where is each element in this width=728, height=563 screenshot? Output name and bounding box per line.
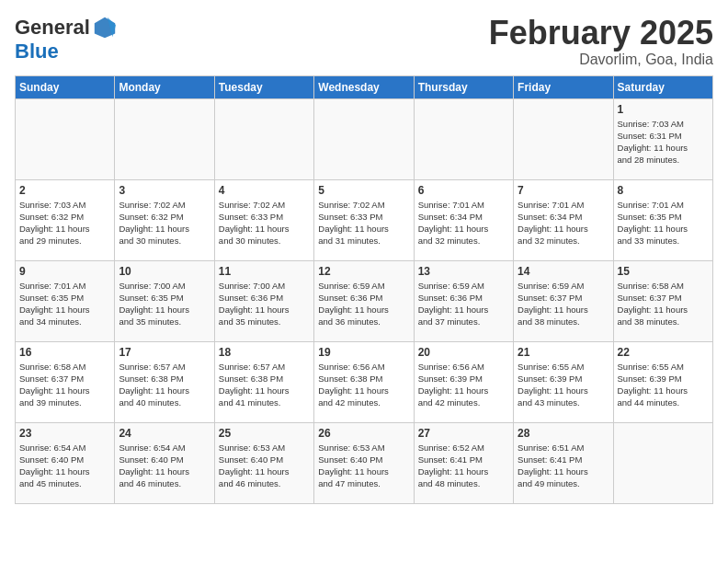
day-info: Sunrise: 7:02 AM Sunset: 6:32 PM Dayligh… (119, 199, 210, 247)
calendar-cell: 12Sunrise: 6:59 AM Sunset: 6:36 PM Dayli… (314, 260, 414, 341)
day-number: 18 (219, 346, 310, 359)
day-info: Sunrise: 6:59 AM Sunset: 6:37 PM Dayligh… (518, 280, 609, 328)
day-info: Sunrise: 6:56 AM Sunset: 6:38 PM Dayligh… (318, 361, 409, 409)
day-info: Sunrise: 6:53 AM Sunset: 6:40 PM Dayligh… (318, 442, 409, 490)
day-info: Sunrise: 7:03 AM Sunset: 6:32 PM Dayligh… (19, 199, 110, 247)
page-header: General Blue February 2025 Davorlim, Goa… (15, 15, 713, 68)
day-info: Sunrise: 7:03 AM Sunset: 6:31 PM Dayligh… (618, 118, 709, 167)
calendar-cell: 13Sunrise: 6:59 AM Sunset: 6:36 PM Dayli… (414, 260, 513, 341)
calendar-table: SundayMondayTuesdayWednesdayThursdayFrid… (15, 75, 713, 504)
day-info: Sunrise: 6:59 AM Sunset: 6:36 PM Dayligh… (318, 280, 409, 328)
day-info: Sunrise: 6:53 AM Sunset: 6:40 PM Dayligh… (219, 442, 310, 490)
day-info: Sunrise: 6:57 AM Sunset: 6:38 PM Dayligh… (119, 361, 210, 409)
calendar-cell: 15Sunrise: 6:58 AM Sunset: 6:37 PM Dayli… (613, 260, 712, 341)
day-number: 12 (318, 265, 409, 278)
day-info: Sunrise: 6:55 AM Sunset: 6:39 PM Dayligh… (618, 361, 709, 409)
calendar-cell: 5Sunrise: 7:02 AM Sunset: 6:33 PM Daylig… (314, 179, 414, 260)
day-number: 27 (418, 427, 509, 440)
month-title: February 2025 (489, 15, 713, 52)
location: Davorlim, Goa, India (489, 52, 713, 68)
day-number: 25 (219, 427, 310, 440)
calendar-cell: 16Sunrise: 6:58 AM Sunset: 6:37 PM Dayli… (16, 341, 115, 422)
day-info: Sunrise: 7:01 AM Sunset: 6:35 PM Dayligh… (19, 280, 110, 328)
logo-general: General (15, 17, 90, 39)
day-number: 16 (19, 346, 110, 359)
day-info: Sunrise: 7:00 AM Sunset: 6:36 PM Dayligh… (219, 280, 310, 328)
calendar-cell: 4Sunrise: 7:02 AM Sunset: 6:33 PM Daylig… (214, 179, 313, 260)
day-number: 23 (19, 427, 110, 440)
calendar-cell: 3Sunrise: 7:02 AM Sunset: 6:32 PM Daylig… (115, 179, 214, 260)
col-header-tuesday: Tuesday (214, 75, 313, 98)
day-info: Sunrise: 6:58 AM Sunset: 6:37 PM Dayligh… (19, 361, 110, 409)
day-info: Sunrise: 6:55 AM Sunset: 6:39 PM Dayligh… (518, 361, 609, 409)
day-info: Sunrise: 7:01 AM Sunset: 6:34 PM Dayligh… (518, 199, 609, 247)
calendar-cell: 19Sunrise: 6:56 AM Sunset: 6:38 PM Dayli… (314, 341, 414, 422)
day-number: 24 (119, 427, 210, 440)
calendar-cell: 8Sunrise: 7:01 AM Sunset: 6:35 PM Daylig… (613, 179, 712, 260)
day-info: Sunrise: 6:51 AM Sunset: 6:41 PM Dayligh… (518, 442, 609, 490)
logo-blue: Blue (15, 40, 59, 63)
calendar-cell: 23Sunrise: 6:54 AM Sunset: 6:40 PM Dayli… (16, 422, 115, 503)
day-number: 11 (219, 265, 310, 278)
calendar-cell: 20Sunrise: 6:56 AM Sunset: 6:39 PM Dayli… (414, 341, 513, 422)
col-header-sunday: Sunday (16, 75, 115, 98)
day-number: 8 (618, 184, 709, 197)
calendar-cell: 9Sunrise: 7:01 AM Sunset: 6:35 PM Daylig… (16, 260, 115, 341)
day-number: 3 (119, 184, 210, 197)
calendar-cell: 17Sunrise: 6:57 AM Sunset: 6:38 PM Dayli… (115, 341, 214, 422)
calendar-cell: 27Sunrise: 6:52 AM Sunset: 6:41 PM Dayli… (414, 422, 513, 503)
logo: General Blue (15, 15, 118, 63)
calendar-cell (16, 98, 115, 179)
day-number: 21 (518, 346, 609, 359)
col-header-wednesday: Wednesday (314, 75, 414, 98)
day-number: 6 (418, 184, 509, 197)
calendar-cell: 14Sunrise: 6:59 AM Sunset: 6:37 PM Dayli… (514, 260, 613, 341)
calendar-cell (414, 98, 513, 179)
day-info: Sunrise: 6:54 AM Sunset: 6:40 PM Dayligh… (19, 442, 110, 490)
calendar-cell: 2Sunrise: 7:03 AM Sunset: 6:32 PM Daylig… (16, 179, 115, 260)
calendar-cell: 18Sunrise: 6:57 AM Sunset: 6:38 PM Dayli… (214, 341, 313, 422)
day-info: Sunrise: 6:52 AM Sunset: 6:41 PM Dayligh… (418, 442, 509, 490)
day-number: 22 (618, 346, 709, 359)
calendar-cell: 25Sunrise: 6:53 AM Sunset: 6:40 PM Dayli… (214, 422, 313, 503)
day-info: Sunrise: 6:59 AM Sunset: 6:36 PM Dayligh… (418, 280, 509, 328)
day-info: Sunrise: 7:00 AM Sunset: 6:35 PM Dayligh… (119, 280, 210, 328)
logo-icon (92, 15, 118, 40)
calendar-cell: 24Sunrise: 6:54 AM Sunset: 6:40 PM Dayli… (115, 422, 214, 503)
col-header-saturday: Saturday (613, 75, 712, 98)
day-number: 20 (418, 346, 509, 359)
day-number: 15 (618, 265, 709, 278)
day-info: Sunrise: 7:02 AM Sunset: 6:33 PM Dayligh… (318, 199, 409, 247)
day-info: Sunrise: 7:02 AM Sunset: 6:33 PM Dayligh… (219, 199, 310, 247)
day-number: 28 (518, 427, 609, 440)
day-info: Sunrise: 6:56 AM Sunset: 6:39 PM Dayligh… (418, 361, 509, 409)
day-number: 1 (618, 103, 709, 116)
day-number: 2 (19, 184, 110, 197)
day-info: Sunrise: 7:01 AM Sunset: 6:34 PM Dayligh… (418, 199, 509, 247)
col-header-friday: Friday (514, 75, 613, 98)
day-number: 13 (418, 265, 509, 278)
day-info: Sunrise: 6:54 AM Sunset: 6:40 PM Dayligh… (119, 442, 210, 490)
calendar-cell (613, 422, 712, 503)
calendar-cell: 10Sunrise: 7:00 AM Sunset: 6:35 PM Dayli… (115, 260, 214, 341)
calendar-cell: 11Sunrise: 7:00 AM Sunset: 6:36 PM Dayli… (214, 260, 313, 341)
day-number: 9 (19, 265, 110, 278)
calendar-cell: 6Sunrise: 7:01 AM Sunset: 6:34 PM Daylig… (414, 179, 513, 260)
day-info: Sunrise: 6:58 AM Sunset: 6:37 PM Dayligh… (618, 280, 709, 328)
calendar-cell: 22Sunrise: 6:55 AM Sunset: 6:39 PM Dayli… (613, 341, 712, 422)
title-block: February 2025 Davorlim, Goa, India (489, 15, 713, 68)
day-number: 26 (318, 427, 409, 440)
day-number: 19 (318, 346, 409, 359)
day-number: 10 (119, 265, 210, 278)
calendar-cell (115, 98, 214, 179)
col-header-monday: Monday (115, 75, 214, 98)
day-info: Sunrise: 6:57 AM Sunset: 6:38 PM Dayligh… (219, 361, 310, 409)
calendar-cell: 7Sunrise: 7:01 AM Sunset: 6:34 PM Daylig… (514, 179, 613, 260)
calendar-cell: 21Sunrise: 6:55 AM Sunset: 6:39 PM Dayli… (514, 341, 613, 422)
calendar-cell: 28Sunrise: 6:51 AM Sunset: 6:41 PM Dayli… (514, 422, 613, 503)
day-number: 5 (318, 184, 409, 197)
col-header-thursday: Thursday (414, 75, 513, 98)
day-number: 7 (518, 184, 609, 197)
calendar-cell (514, 98, 613, 179)
calendar-cell: 26Sunrise: 6:53 AM Sunset: 6:40 PM Dayli… (314, 422, 414, 503)
